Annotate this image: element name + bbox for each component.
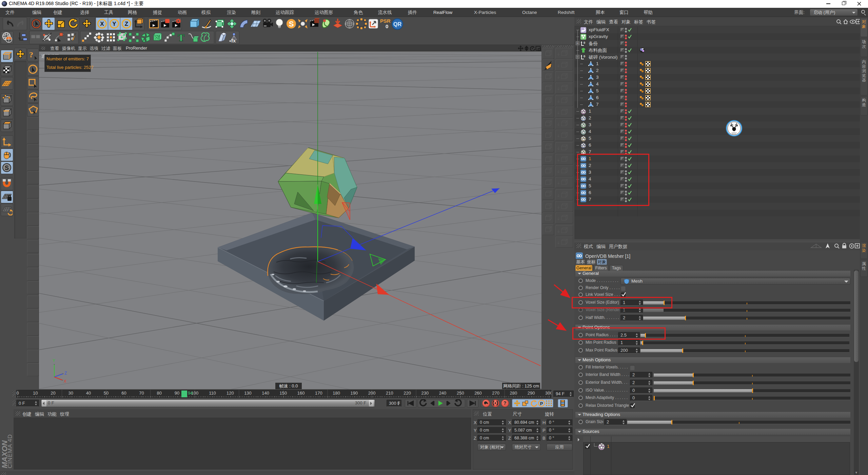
svg-text:30: 30	[68, 391, 73, 396]
svg-text:150: 150	[280, 391, 287, 396]
svg-text:110: 110	[209, 391, 216, 396]
svg-text:PSR: PSR	[380, 18, 391, 24]
svg-text:94: 94	[188, 391, 193, 396]
svg-text:P: P	[540, 401, 543, 406]
svg-text:20: 20	[51, 391, 55, 396]
svg-text:X: X	[100, 21, 104, 27]
svg-text:Z: Z	[64, 371, 67, 376]
svg-text:40: 40	[86, 391, 91, 396]
svg-text:220: 220	[403, 391, 411, 396]
svg-text:fx: fx	[231, 38, 236, 43]
svg-text:290: 290	[528, 391, 535, 396]
svg-text:240: 240	[439, 391, 447, 396]
svg-text:260: 260	[474, 391, 482, 396]
svg-text:180: 180	[333, 391, 340, 396]
svg-text:90: 90	[175, 391, 179, 396]
svg-text:280: 280	[510, 391, 517, 396]
svg-text:130: 130	[244, 391, 252, 396]
svg-text:10: 10	[33, 391, 38, 396]
svg-text:140: 140	[262, 391, 269, 396]
svg-text:60: 60	[121, 391, 126, 396]
svg-text:Y: Y	[112, 21, 116, 27]
svg-text:200: 200	[368, 391, 376, 396]
svg-text:80: 80	[157, 391, 162, 396]
svg-text:T: T	[178, 32, 184, 43]
svg-text:230: 230	[421, 391, 429, 396]
svg-text:?: ?	[504, 400, 507, 406]
svg-text:?: ?	[29, 50, 33, 59]
svg-text:160: 160	[297, 391, 305, 396]
svg-text:Z: Z	[125, 21, 128, 27]
svg-text:270: 270	[492, 391, 499, 396]
svg-text:170: 170	[315, 391, 322, 396]
svg-text:S: S	[5, 165, 9, 171]
svg-text:250: 250	[457, 391, 464, 396]
svg-text:0: 0	[386, 23, 388, 29]
svg-text:120: 120	[226, 391, 234, 396]
svg-text:300: 300	[545, 391, 551, 396]
svg-text:190: 190	[351, 391, 358, 396]
svg-text:0: 0	[584, 41, 585, 44]
svg-text:0: 0	[16, 391, 19, 396]
svg-text:70: 70	[139, 391, 144, 396]
svg-text:X: X	[64, 379, 66, 384]
svg-text:Y: Y	[53, 358, 55, 363]
svg-text:QR: QR	[393, 21, 401, 27]
svg-text:50: 50	[104, 391, 108, 396]
svg-text:210: 210	[386, 391, 393, 396]
svg-text:0: 0	[584, 55, 585, 58]
svg-text:S: S	[289, 20, 294, 28]
